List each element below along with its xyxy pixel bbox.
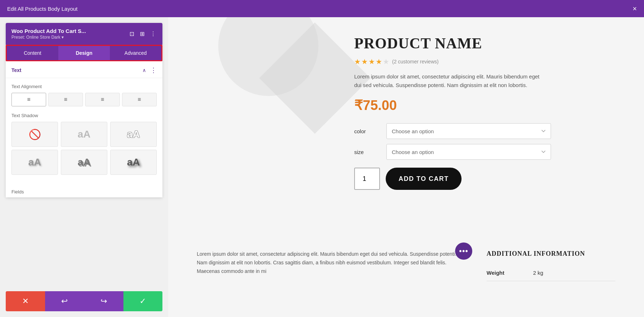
size-label: size [354,149,386,155]
redo-button[interactable]: ↪ [84,291,123,311]
section-title: Text [11,67,21,73]
shadow-style-2[interactable]: aA [110,122,157,147]
text-alignment-buttons: ≡ ≡ ≡ ≡ [11,93,157,106]
star-5: ★ [383,57,389,66]
fields-label: Fields [6,186,162,197]
close-button[interactable]: × [633,5,637,13]
additional-info-title: ADDITIONAL INFORMATION [487,250,615,258]
star-2: ★ [361,57,368,66]
main-layout: Woo Product Add To Cart S... Preset: Onl… [0,17,644,317]
color-select[interactable]: Choose an option [386,123,551,139]
widget-header-icons: ⊡ ⊞ ⋮ [129,30,157,38]
left-panel: Woo Product Add To Cart S... Preset: Onl… [0,17,168,317]
cart-row: ADD TO CART [354,168,615,190]
shadow-style-1[interactable]: aA [61,122,107,147]
product-price: ₹75.00 [354,97,615,113]
panel-inner: Text Alignment ≡ ≡ ≡ ≡ Text Shadow 🚫 [6,78,162,186]
stars-row: ★ ★ ★ ★ ★ (2 customer reviews) [354,57,615,66]
add-to-cart-button[interactable]: ADD TO CART [386,168,462,190]
bottom-section: Lorem ipsum dolor sit amet, consectetur … [168,239,644,292]
widget-subtitle: Preset: Online Store Dark ▾ [11,35,86,40]
star-1: ★ [354,57,361,66]
undo-button[interactable]: ↩ [45,291,84,311]
more-icon[interactable]: ⋮ [150,30,157,38]
star-4: ★ [376,57,382,66]
top-bar: Edit All Products Body Layout × [0,0,644,17]
info-table: Weight 2 kg [487,265,615,281]
section-header-text: Text ∧ ⋮ [6,61,162,78]
product-area: PRODUCT NAME ★ ★ ★ ★ ★ (2 customer revie… [168,17,644,239]
section-menu-icon[interactable]: ⋮ [150,66,157,74]
text-shadow-label: Text Shadow [11,113,157,118]
product-details: PRODUCT NAME ★ ★ ★ ★ ★ (2 customer revie… [354,32,615,225]
size-select[interactable]: Choose an option [386,144,551,160]
responsive-icon[interactable]: ⊡ [129,30,135,38]
floating-menu-button[interactable]: ••• [455,242,472,260]
bottom-description-text: Lorem ipsum dolor sit amet, consectetur … [197,250,465,275]
shadow-none[interactable]: 🚫 [11,122,58,147]
tab-design[interactable]: Design [58,46,110,60]
shadow-grid: 🚫 aA aA aA aA [11,122,157,175]
stars: ★ ★ ★ ★ ★ [354,57,389,66]
product-name: PRODUCT NAME [354,35,615,52]
align-justify-button[interactable]: ≡ [122,93,157,106]
bottom-description-wrapper: Lorem ipsum dolor sit amet, consectetur … [197,250,465,281]
confirm-button[interactable]: ✓ [123,291,163,311]
table-row: Weight 2 kg [487,265,615,281]
right-content: PRODUCT NAME ★ ★ ★ ★ ★ (2 customer revie… [168,17,644,317]
top-bar-title: Edit All Products Body Layout [7,6,78,12]
color-variation-row: color Choose an option [354,123,615,139]
shadow-style-4[interactable]: aA [61,150,107,175]
widget-header-text: Woo Product Add To Cart S... Preset: Onl… [11,28,86,40]
text-alignment-label: Text Alignment [11,84,157,89]
widget-card: Woo Product Add To Cart S... Preset: Onl… [6,23,162,197]
align-center-button[interactable]: ≡ [48,93,83,106]
tab-content[interactable]: Content [7,46,58,60]
star-3: ★ [369,57,375,66]
size-variation-row: size Choose an option [354,144,615,160]
bottom-toolbar: ✕ ↩ ↪ ✓ [6,291,162,311]
tab-advanced[interactable]: Advanced [110,46,161,60]
info-value-weight: 2 kg [533,265,615,281]
section-collapse-icon[interactable]: ∧ [142,67,146,73]
tabs: Content Design Advanced [7,46,161,60]
widget-header: Woo Product Add To Cart S... Preset: Onl… [6,23,162,45]
cancel-button[interactable]: ✕ [6,291,45,311]
quantity-input[interactable] [354,168,380,190]
widget-title: Woo Product Add To Cart S... [11,28,86,34]
color-label: color [354,128,386,134]
review-count[interactable]: (2 customer reviews) [392,59,439,64]
expand-icon[interactable]: ⊞ [139,30,145,38]
shadow-style-3[interactable]: aA [11,150,58,175]
panel-content: Text ∧ ⋮ Text Alignment ≡ ≡ ≡ ≡ [6,61,162,197]
align-right-button[interactable]: ≡ [85,93,120,106]
product-description: Lorem ipsum dolor sit amet, consectetur … [354,72,540,90]
tabs-wrapper: Content Design Advanced [6,45,162,61]
additional-info: ADDITIONAL INFORMATION Weight 2 kg [487,250,615,281]
product-image-area [197,32,333,225]
info-label-weight: Weight [487,265,533,281]
align-left-button[interactable]: ≡ [11,93,46,106]
shadow-style-5[interactable]: aA [110,150,157,175]
